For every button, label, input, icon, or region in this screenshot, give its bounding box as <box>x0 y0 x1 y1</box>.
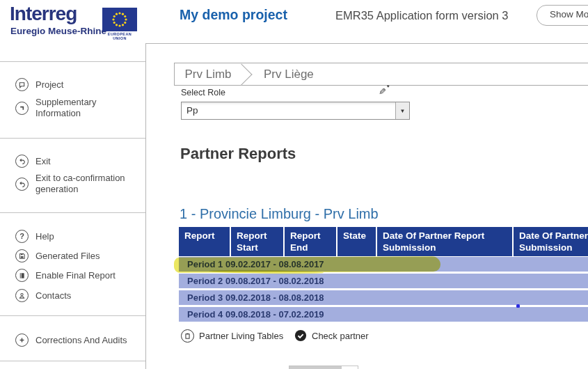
sidebar-divider <box>0 315 145 316</box>
sidebar-item-contacts[interactable]: Contacts <box>15 289 139 302</box>
column-header-report-end: Report End <box>285 227 336 256</box>
clipboard-icon <box>181 329 194 343</box>
table-row-period-1[interactable]: Period 1 09.02.2017 - 08.08.2017 <box>179 257 588 272</box>
sidebar-item-label: Supplementary Information <box>35 97 139 119</box>
column-header-date-of-partner-report-submission: Date Of Partner Report Submission <box>377 227 512 256</box>
bottom-clipped-button[interactable] <box>289 366 358 369</box>
sidebar-item-label: Exit <box>35 156 51 167</box>
column-header-state: State <box>337 227 376 256</box>
exit-ca-confirmation-icon <box>15 178 29 191</box>
sidebar-item-project[interactable]: Project <box>15 78 139 91</box>
partner-tabbar: Prv Limb Prv Liège <box>174 63 588 86</box>
help-icon: ? <box>15 230 29 243</box>
cursor-dot-artifact <box>516 304 520 308</box>
eu-flag-icon <box>102 8 137 31</box>
sidebar-item-label: Corrections And Audits <box>35 335 127 346</box>
partner-living-tables-button[interactable]: Partner Living Tables <box>181 329 283 343</box>
enable-final-report-icon <box>15 269 29 282</box>
sidebar-item-label: Enable Final Report <box>35 270 116 281</box>
sidebar-divider <box>0 212 145 213</box>
show-more-button[interactable]: Show More <box>537 5 588 26</box>
table-row-period-4[interactable]: Period 4 09.08.2018 - 07.02.2019 <box>179 307 588 322</box>
column-header-report: Report <box>179 227 230 256</box>
contacts-icon <box>15 289 29 302</box>
dropdown-arrow-icon[interactable]: ▼ <box>395 102 409 119</box>
select-role-label: Select Role <box>181 88 225 97</box>
tab-prv-liege[interactable]: Prv Liège <box>264 63 314 85</box>
sidebar-item-supplementary-information[interactable]: Supplementary Information <box>15 97 139 119</box>
edit-pencil-icon[interactable]: ✎* <box>379 86 386 97</box>
application-form-version: EMR35 Application form version 3 <box>335 9 509 22</box>
table-row-period-3[interactable]: Period 3 09.02.2018 - 08.08.2018 <box>179 290 588 305</box>
sidebar-item-enable-final-report[interactable]: Enable Final Report <box>15 269 139 282</box>
corrections-and-audits-icon <box>15 333 29 347</box>
sidebar-item-help[interactable]: ? Help <box>15 230 139 243</box>
table-row-period-2[interactable]: Period 2 09.08.2017 - 08.02.2018 <box>179 274 588 288</box>
sidebar-item-corrections-and-audits[interactable]: Corrections And Audits <box>15 333 139 347</box>
partner-heading: 1 - Provincie Limburg - Prv Limb <box>180 206 379 222</box>
sidebar-item-label: Help <box>35 231 54 242</box>
role-select-value: Pp <box>186 102 198 119</box>
project-title: My demo project <box>180 7 287 23</box>
sidebar-divider <box>0 61 145 62</box>
sidebar-item-exit[interactable]: Exit <box>15 155 139 168</box>
sidebar-item-label: Exit to ca-confirmation generation <box>35 173 139 195</box>
column-header-date-of-partner-report-submission-2: Date Of Partner Report Submission <box>514 227 588 256</box>
sidebar-divider <box>0 361 145 361</box>
supplementary-information-icon <box>15 102 29 115</box>
project-icon <box>15 78 29 91</box>
sidebar-item-exit-ca-confirmation[interactable]: Exit to ca-confirmation generation <box>15 173 139 195</box>
check-icon <box>294 329 307 342</box>
action-label: Partner Living Tables <box>199 331 283 341</box>
role-select[interactable]: Pp ▼ <box>181 102 410 120</box>
column-header-report-start: Report Start <box>231 227 283 256</box>
generated-files-icon <box>15 249 29 262</box>
exit-icon <box>15 155 29 168</box>
report-table-header: Report Report Start Report End State Dat… <box>179 227 588 256</box>
bottom-clipped-button-fill <box>289 366 342 369</box>
sidebar-item-generated-files[interactable]: Generated Files <box>15 249 139 262</box>
sidebar-item-label: Project <box>35 79 63 91</box>
sidebar-item-label: Generated Files <box>35 251 100 262</box>
action-label: Check partner <box>312 331 369 341</box>
eu-flag-label: EUROPEAN UNION <box>101 32 138 40</box>
page-title: Partner Reports <box>180 145 296 163</box>
sidebar-item-label: Contacts <box>35 290 71 301</box>
sidebar-divider <box>0 138 145 139</box>
check-partner-button[interactable]: Check partner <box>294 329 369 342</box>
interreg-logo: Interreg <box>10 3 77 25</box>
interreg-logo-subtitle: Euregio Meuse-Rhine <box>10 26 106 36</box>
